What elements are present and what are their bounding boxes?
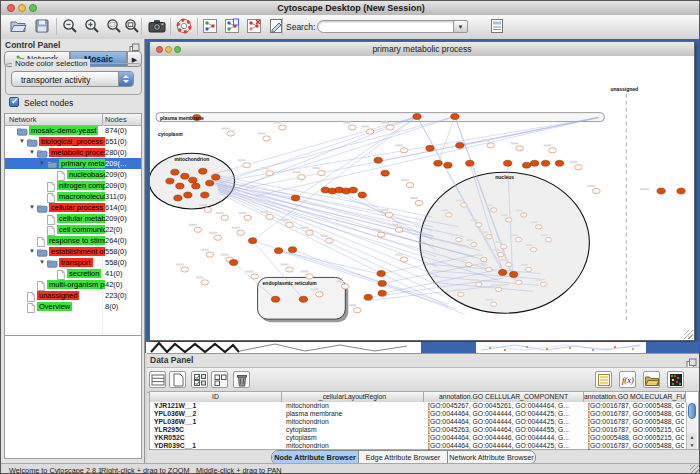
- network-node[interactable]: [298, 175, 306, 180]
- network-node[interactable]: [549, 148, 557, 153]
- network-node[interactable]: [486, 267, 492, 271]
- float-panel-icon[interactable]: [686, 355, 697, 366]
- tree-row-cellular-process[interactable]: ▼cellular process614(0): [5, 202, 141, 213]
- function-builder-icon[interactable]: f(x): [619, 371, 636, 388]
- network-node-selected[interactable]: [451, 114, 459, 120]
- tree-row-nucleobase-[interactable]: nucleobase-209(0): [5, 169, 141, 180]
- zoom-selected-icon[interactable]: [105, 17, 124, 36]
- network-node-selected[interactable]: [378, 280, 386, 286]
- network-node[interactable]: [535, 225, 541, 229]
- network-node-selected[interactable]: [248, 238, 256, 244]
- search-input[interactable]: [317, 20, 463, 33]
- network-node[interactable]: [181, 267, 189, 272]
- network-canvas[interactable]: plasma membranecytoplasmmitochondrionnuc…: [150, 56, 694, 340]
- background-windows-strip[interactable]: [145, 342, 700, 353]
- network-node[interactable]: [326, 238, 334, 243]
- network-node[interactable]: [540, 282, 546, 286]
- network-node[interactable]: [498, 252, 504, 256]
- table-row[interactable]: YJR121W__1mitochondrion[GO:0045267, GO:0…: [150, 402, 686, 410]
- network-node[interactable]: [406, 183, 414, 188]
- column-header[interactable]: _cellularLayoutRegion: [282, 392, 424, 402]
- network-node[interactable]: [471, 242, 477, 246]
- network-node-selected[interactable]: [206, 180, 214, 186]
- tree-row-cellular-metabol[interactable]: cellular metabol209(0): [5, 213, 141, 224]
- network-node[interactable]: [221, 215, 229, 220]
- zoom-in-icon[interactable]: [83, 17, 102, 36]
- network-node[interactable]: [575, 165, 583, 170]
- network-node[interactable]: [545, 238, 551, 242]
- network-node[interactable]: [263, 136, 271, 141]
- destroy-view-icon[interactable]: [245, 17, 264, 36]
- new-attribute-icon[interactable]: [169, 371, 186, 388]
- tree-row-establishment-of-lo[interactable]: ▼establishment of lo558(0): [5, 246, 141, 257]
- expand-arrow-icon[interactable]: ▼: [29, 149, 35, 156]
- network-node[interactable]: [461, 203, 467, 207]
- network-node[interactable]: [201, 280, 209, 285]
- network-node-selected[interactable]: [199, 168, 207, 174]
- network-node-selected[interactable]: [184, 192, 192, 198]
- table-row[interactable]: YPL036W__2plasma membrane[GO:0044464, GO…: [150, 410, 686, 418]
- network-node[interactable]: [204, 207, 212, 212]
- search-dropdown-button[interactable]: ▼: [453, 20, 468, 33]
- network-node-selected[interactable]: [378, 290, 386, 296]
- network-overview-icon[interactable]: [201, 17, 220, 36]
- column-header[interactable]: annotation.GO MOLECULAR_FUNCTION: [584, 392, 686, 402]
- table-row[interactable]: YKR052Ccytoplasm[GO:0044464, GO:0044446,…: [150, 434, 686, 442]
- column-header[interactable]: annotation.GO CELLULAR_COMPONENT: [424, 392, 584, 402]
- tree-row-response-to-stimulu[interactable]: response to stimulu264(0): [5, 235, 141, 246]
- network-node[interactable]: [377, 232, 385, 237]
- tree-row-primary-metabol[interactable]: ▼primary metabol209(...: [5, 158, 141, 169]
- network-node-selected[interactable]: [212, 174, 220, 180]
- region-nucleus[interactable]: [420, 172, 589, 313]
- network-node[interactable]: [341, 284, 349, 289]
- network-node[interactable]: [515, 280, 521, 284]
- expand-arrow-icon[interactable]: ▼: [29, 248, 35, 255]
- tree-row-multi-organism-pro[interactable]: multi-organism pro42(0): [5, 279, 141, 290]
- network-node-selected[interactable]: [174, 195, 182, 201]
- network-node[interactable]: [593, 188, 601, 193]
- network-node[interactable]: [487, 143, 495, 148]
- network-node[interactable]: [194, 227, 202, 232]
- scrollbar-thumb[interactable]: [688, 403, 696, 419]
- network-node[interactable]: [486, 235, 492, 239]
- tree-row-mosaic-demo-yeast[interactable]: mosaic-demo-yeast874(0): [5, 125, 141, 136]
- unselect-attributes-icon[interactable]: [211, 371, 228, 388]
- node-color-dropdown[interactable]: transporter activity: [11, 71, 134, 87]
- tree-row-unassigned[interactable]: unassigned223(0): [5, 290, 141, 301]
- open-session-icon[interactable]: [9, 17, 28, 36]
- network-node[interactable]: [456, 238, 462, 242]
- scrollbar-arrows[interactable]: ▲▼: [687, 433, 697, 449]
- tree-row-overview[interactable]: Overview8(0): [5, 301, 141, 312]
- network-node-selected[interactable]: [444, 162, 452, 168]
- window-resize-grip[interactable]: [684, 330, 693, 339]
- network-node[interactable]: [476, 282, 482, 286]
- birdseye-view-panel[interactable]: [4, 335, 142, 459]
- network-node[interactable]: [316, 292, 324, 297]
- network-node[interactable]: [466, 262, 472, 266]
- network-node-selected[interactable]: [288, 247, 296, 253]
- network-node[interactable]: [318, 171, 326, 176]
- camera-snapshot-icon[interactable]: [147, 17, 166, 36]
- network-node[interactable]: [251, 274, 259, 279]
- network-node[interactable]: [366, 129, 374, 134]
- network-node-selected[interactable]: [434, 160, 442, 166]
- network-node-selected[interactable]: [374, 157, 382, 163]
- network-node[interactable]: [353, 308, 361, 313]
- network-node-selected[interactable]: [358, 192, 366, 198]
- attribute-table-icon[interactable]: [149, 371, 166, 388]
- network-node[interactable]: [266, 214, 274, 219]
- network-node[interactable]: [491, 208, 497, 212]
- network-node[interactable]: [501, 244, 507, 248]
- network-node-selected[interactable]: [171, 169, 179, 175]
- network-window-titlebar[interactable]: primary metabolic process: [150, 42, 694, 57]
- tree-row-macromolecule[interactable]: macromolecule311(0): [5, 191, 141, 202]
- network-node-selected[interactable]: [377, 270, 385, 276]
- select-nodes-checkbox[interactable]: [9, 97, 19, 107]
- expand-arrow-icon[interactable]: ▼: [39, 160, 45, 167]
- network-node-selected[interactable]: [426, 145, 434, 151]
- network-node-selected[interactable]: [166, 178, 174, 184]
- table-row[interactable]: YLR295Ccytoplasm[GO:0045263, GO:0044464,…: [150, 426, 686, 434]
- network-node[interactable]: [491, 302, 497, 306]
- tree-row-transport[interactable]: ▼transport558(0): [5, 257, 141, 268]
- table-row[interactable]: YDR039C__1mitochondrion[GO:0044464, GO:0…: [150, 442, 686, 450]
